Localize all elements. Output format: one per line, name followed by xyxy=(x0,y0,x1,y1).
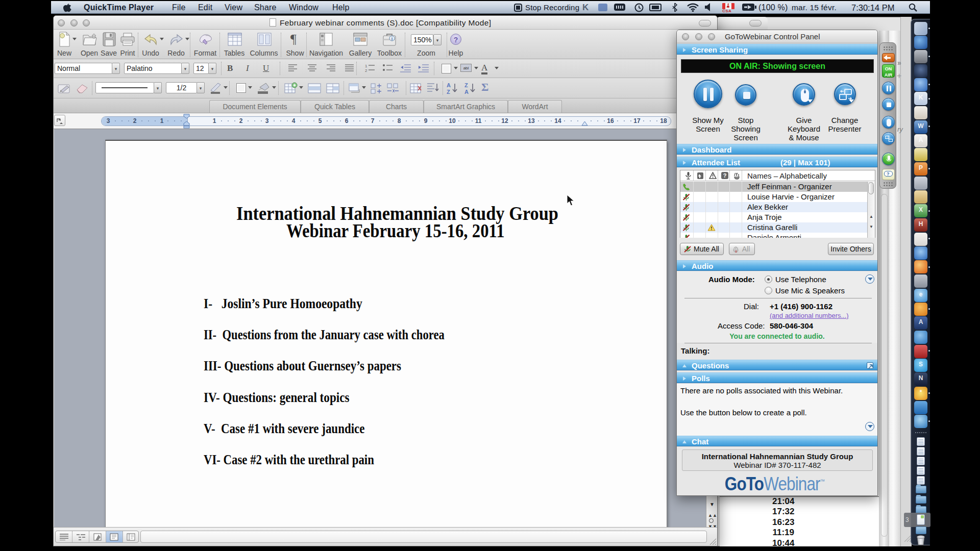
svg-text:Z: Z xyxy=(447,89,450,95)
svg-text:1: 1 xyxy=(365,64,368,68)
svg-text:A: A xyxy=(464,89,469,95)
svg-text:Z: Z xyxy=(464,82,468,88)
svg-text:A: A xyxy=(447,82,451,88)
svg-text:2: 2 xyxy=(365,68,368,73)
svg-text:i: i xyxy=(391,36,393,41)
